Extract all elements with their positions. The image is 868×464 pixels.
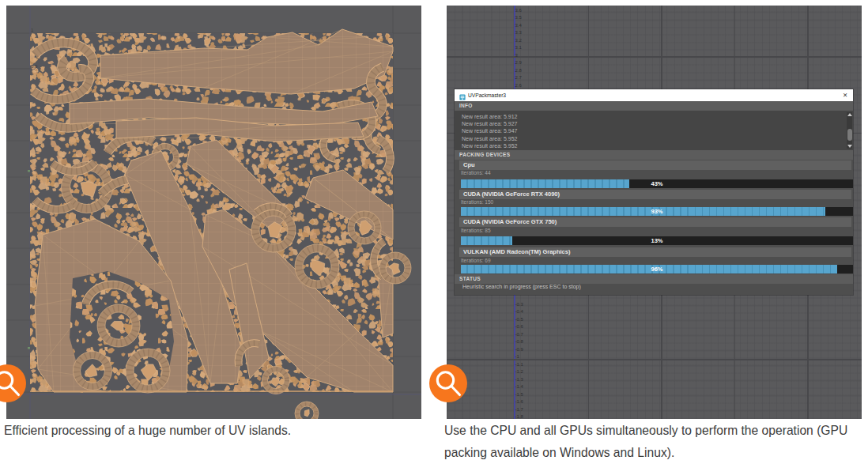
svg-text:0.9: 0.9 [31,64,38,69]
